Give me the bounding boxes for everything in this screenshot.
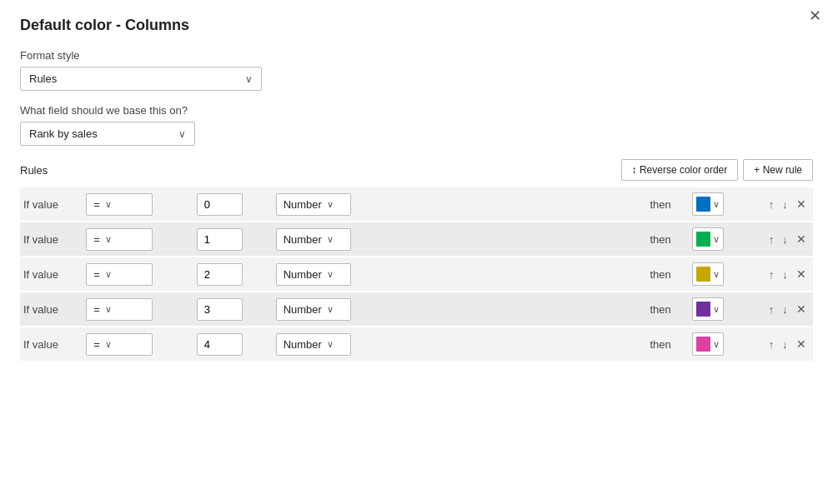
format-style-chevron: ∨: [245, 73, 253, 85]
value-input[interactable]: [197, 193, 243, 216]
type-value: Number: [284, 268, 322, 281]
value-cell: [193, 292, 273, 327]
color-picker-button[interactable]: ∨: [692, 227, 724, 251]
field-chevron: ∨: [178, 128, 186, 140]
rules-header: Rules ↕ Reverse color order + New rule: [20, 159, 813, 181]
rules-table: If value = ∨ Number ∨ then ∨ ↑ ↓: [20, 187, 813, 362]
value-input[interactable]: [197, 333, 243, 356]
color-picker-button[interactable]: ∨: [692, 192, 724, 216]
delete-rule-button[interactable]: ✕: [793, 196, 810, 212]
value-input[interactable]: [197, 263, 243, 286]
type-cell: Number ∨: [273, 327, 396, 362]
type-chevron: ∨: [327, 339, 334, 350]
sort-down-button[interactable]: ↓: [780, 267, 790, 282]
then-label: then: [646, 187, 688, 222]
operator-cell: = ∨: [83, 187, 193, 222]
row-actions: ↑ ↓ ✕: [746, 292, 813, 327]
table-row: If value = ∨ Number ∨ then ∨ ↑ ↓: [20, 327, 813, 362]
value-input[interactable]: [197, 228, 243, 251]
color-swatch: [696, 302, 710, 317]
new-rule-button[interactable]: + New rule: [743, 159, 813, 181]
rules-actions: ↕ Reverse color order + New rule: [621, 159, 813, 181]
color-picker-button[interactable]: ∨: [692, 332, 724, 356]
color-cell: ∨: [689, 187, 746, 222]
dialog: ✕ Default color - Columns Format style R…: [0, 0, 833, 504]
sort-up-button[interactable]: ↑: [766, 267, 777, 282]
table-row: If value = ∨ Number ∨ then ∨ ↑ ↓: [20, 187, 813, 222]
if-value-label: If value: [20, 257, 83, 292]
color-chevron-icon: ∨: [713, 304, 720, 315]
type-select[interactable]: Number ∨: [276, 228, 351, 251]
delete-rule-button[interactable]: ✕: [793, 301, 810, 317]
color-picker-button[interactable]: ∨: [692, 297, 724, 321]
value-cell: [193, 222, 273, 257]
color-chevron-icon: ∨: [713, 269, 720, 280]
type-chevron: ∨: [327, 269, 334, 280]
operator-value: =: [93, 338, 100, 351]
sort-up-button[interactable]: ↑: [766, 197, 777, 212]
spacer: [395, 257, 646, 292]
operator-select[interactable]: = ∨: [86, 193, 153, 216]
spacer: [395, 187, 646, 222]
sort-down-button[interactable]: ↓: [780, 232, 790, 247]
spacer: [395, 327, 646, 362]
value-input[interactable]: [197, 298, 243, 321]
if-value-label: If value: [20, 187, 83, 222]
operator-cell: = ∨: [83, 222, 193, 257]
type-chevron: ∨: [327, 304, 334, 315]
sort-up-button[interactable]: ↑: [766, 302, 777, 317]
value-cell: [193, 327, 273, 362]
then-label: then: [646, 257, 688, 292]
delete-rule-button[interactable]: ✕: [793, 231, 810, 247]
table-row: If value = ∨ Number ∨ then ∨ ↑ ↓: [20, 257, 813, 292]
operator-select[interactable]: = ∨: [86, 263, 153, 286]
color-chevron-icon: ∨: [713, 234, 720, 245]
if-value-label: If value: [20, 292, 83, 327]
reverse-color-order-button[interactable]: ↕ Reverse color order: [621, 159, 739, 181]
spacer: [395, 222, 646, 257]
operator-value: =: [93, 233, 100, 246]
sort-down-button[interactable]: ↓: [780, 197, 790, 212]
sort-down-button[interactable]: ↓: [780, 302, 790, 317]
type-select[interactable]: Number ∨: [276, 333, 351, 356]
operator-chevron: ∨: [105, 339, 112, 350]
type-chevron: ∨: [327, 199, 334, 210]
color-cell: ∨: [689, 327, 746, 362]
field-label: What field should we base this on?: [20, 104, 813, 117]
operator-cell: = ∨: [83, 257, 193, 292]
type-select[interactable]: Number ∨: [276, 298, 351, 321]
operator-cell: = ∨: [83, 292, 193, 327]
dialog-title: Default color - Columns: [20, 17, 813, 34]
color-swatch: [696, 197, 710, 212]
value-cell: [193, 257, 273, 292]
table-row: If value = ∨ Number ∨ then ∨ ↑ ↓: [20, 292, 813, 327]
if-value-label: If value: [20, 327, 83, 362]
operator-select[interactable]: = ∨: [86, 298, 153, 321]
color-picker-button[interactable]: ∨: [692, 262, 724, 286]
operator-select[interactable]: = ∨: [86, 333, 153, 356]
format-style-select[interactable]: Rules ∨: [20, 67, 262, 91]
type-cell: Number ∨: [273, 257, 396, 292]
then-label: then: [646, 327, 688, 362]
then-label: then: [646, 222, 688, 257]
operator-chevron: ∨: [105, 304, 112, 315]
operator-cell: = ∨: [83, 327, 193, 362]
format-style-label: Format style: [20, 49, 813, 62]
field-select[interactable]: Rank by sales ∨: [20, 122, 195, 146]
format-style-value: Rules: [29, 72, 57, 85]
delete-rule-button[interactable]: ✕: [793, 336, 810, 352]
operator-select[interactable]: = ∨: [86, 228, 153, 251]
sort-up-button[interactable]: ↑: [766, 232, 777, 247]
value-cell: [193, 187, 273, 222]
operator-chevron: ∨: [105, 199, 112, 210]
close-button[interactable]: ✕: [809, 8, 821, 23]
sort-down-button[interactable]: ↓: [780, 337, 790, 352]
type-select[interactable]: Number ∨: [276, 263, 351, 286]
type-select[interactable]: Number ∨: [276, 193, 351, 216]
type-cell: Number ∨: [273, 292, 396, 327]
delete-rule-button[interactable]: ✕: [793, 266, 810, 282]
color-chevron-icon: ∨: [713, 339, 720, 350]
if-value-label: If value: [20, 222, 83, 257]
type-chevron: ∨: [327, 234, 334, 245]
sort-up-button[interactable]: ↑: [766, 337, 777, 352]
